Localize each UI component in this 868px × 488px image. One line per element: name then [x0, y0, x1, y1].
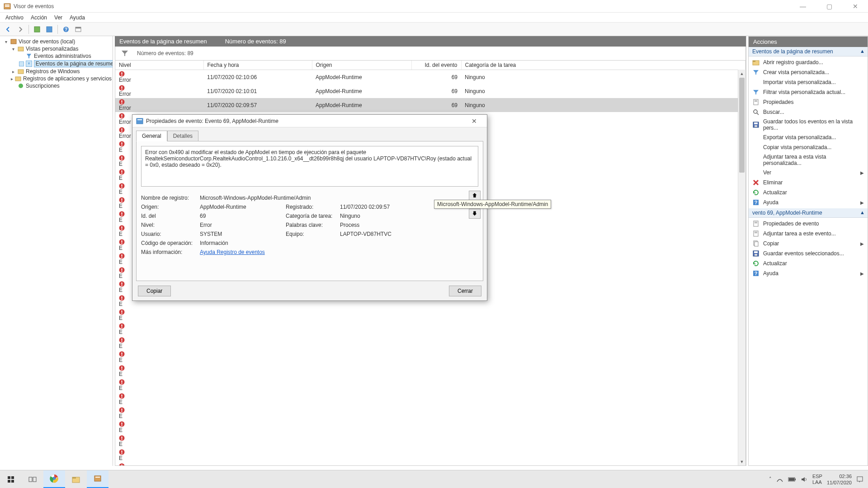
table-row[interactable]: E [115, 378, 745, 392]
menu-ayuda[interactable]: Ayuda [66, 14, 89, 22]
action-item[interactable]: ?Ayuda▶ [749, 197, 868, 207]
tray-lang2[interactable]: LAA [812, 479, 822, 485]
action-item[interactable]: Guardar todos los eventos en la vista pe… [749, 117, 868, 132]
filter-icon [752, 89, 760, 96]
actions-section-2[interactable]: vento 69, AppModel-Runtime▲ [749, 208, 868, 218]
table-row[interactable]: E [115, 364, 745, 378]
tab-details[interactable]: Detalles [167, 131, 198, 141]
collapse-icon[interactable]: ▲ [860, 48, 865, 54]
svg-rect-4 [47, 27, 52, 32]
tree-summary-events[interactable]: Eventos de la página de resumen [1, 60, 112, 68]
action-item[interactable]: Copiar vista personalizada... [749, 142, 868, 152]
prev-event-button[interactable]: 🡅 [469, 191, 481, 201]
menu-ver[interactable]: Ver [51, 14, 66, 22]
copy-button[interactable]: Copiar [138, 286, 171, 296]
tray-chevron-icon[interactable]: ˄ [769, 476, 772, 482]
next-event-button[interactable]: 🡇 [469, 209, 481, 219]
table-row[interactable]: Error11/07/2020 02:09:57AppModel-Runtime… [115, 98, 745, 112]
menu-archivo[interactable]: Archivo [2, 14, 27, 22]
col-category[interactable]: Categoría de la tarea [461, 61, 745, 70]
table-row[interactable]: E [115, 392, 745, 406]
tray-notifications-icon[interactable] [856, 476, 863, 483]
menu-accion[interactable]: Acción [27, 14, 51, 22]
tree-subscriptions[interactable]: Suscripciones [1, 82, 112, 89]
toolbar-btn-1[interactable] [32, 24, 42, 35]
taskbar-event-viewer[interactable] [87, 470, 108, 488]
action-label: Eliminar [763, 179, 783, 186]
tree-admin-events[interactable]: Eventos administrativos [1, 52, 112, 60]
scroll-thumb[interactable] [739, 78, 745, 173]
action-item[interactable]: Actualizar [749, 258, 868, 268]
action-item[interactable]: Crear vista personalizada... [749, 67, 868, 77]
action-item[interactable]: Buscar... [749, 107, 868, 117]
more-info-link[interactable]: Ayuda Registro de eventos [200, 249, 265, 255]
table-row[interactable]: E [115, 406, 745, 420]
table-row[interactable]: Error8/07/2020 16:01:03AppModel-Runtime6… [115, 462, 745, 466]
taskbar-chrome[interactable] [43, 470, 65, 488]
action-item[interactable]: Filtrar vista personalizada actual... [749, 87, 868, 97]
action-item[interactable]: Propiedades [749, 97, 868, 107]
action-item[interactable]: Abrir registro guardado... [749, 57, 868, 67]
tray-volume-icon[interactable] [801, 476, 808, 483]
tray-date[interactable]: 11/07/2020 [827, 479, 852, 486]
back-button[interactable] [3, 24, 14, 35]
tab-general[interactable]: General [136, 131, 167, 141]
taskbar-explorer[interactable] [65, 470, 87, 488]
help-toolbar-button[interactable]: ? [61, 24, 71, 35]
toolbar-btn-2[interactable] [44, 24, 55, 35]
action-item[interactable]: Eliminar [749, 178, 868, 188]
table-row[interactable]: Error11/07/2020 02:10:01AppModel-Runtime… [115, 84, 745, 98]
tree-windows-logs[interactable]: ▸Registros de Windows [1, 68, 112, 75]
col-datetime[interactable]: Fecha y hora [203, 61, 312, 70]
tree-app-logs[interactable]: ▸Registros de aplicaciones y servicios [1, 75, 112, 82]
table-row[interactable]: Error11/07/2020 02:10:06AppModel-Runtime… [115, 70, 745, 84]
forward-button[interactable] [15, 24, 26, 35]
table-row[interactable]: E [115, 336, 745, 350]
table-row[interactable]: E [115, 322, 745, 336]
action-item[interactable]: Ver▶ [749, 168, 868, 178]
taskbar: ˄ ESP LAA 02:36 11/07/2020 [0, 470, 868, 488]
table-row[interactable]: E [115, 308, 745, 322]
action-item[interactable]: Importar vista personalizada... [749, 77, 868, 87]
collapse-icon[interactable]: ▲ [860, 210, 865, 215]
svg-rect-22 [122, 103, 123, 104]
task-view-button[interactable] [22, 470, 43, 488]
action-item[interactable]: Copiar▶ [749, 239, 868, 249]
actions-section-1[interactable]: Eventos de la página de resumen▲ [749, 47, 868, 56]
action-item[interactable]: Guardar eventos seleccionados... [749, 249, 868, 258]
toolbar-btn-4[interactable] [73, 24, 84, 35]
event-message[interactable]: Error con 0x490 al modificar el estado d… [141, 146, 478, 187]
label-computer: Equipo: [286, 231, 335, 237]
dialog-titlebar[interactable]: Propiedades de evento: Evento 69, AppMod… [132, 115, 487, 127]
table-row[interactable]: E [115, 350, 745, 364]
scroll-down-arrow[interactable]: ▼ [738, 458, 745, 465]
close-button[interactable]: Cerrar [449, 286, 481, 296]
minimize-button[interactable]: — [794, 3, 812, 10]
scroll-up-arrow[interactable]: ▲ [738, 70, 745, 77]
tray-battery-icon[interactable] [788, 477, 796, 482]
tray-time[interactable]: 02:36 [827, 473, 852, 479]
tree-custom-views[interactable]: ▾Vistas personalizadas [1, 45, 112, 52]
tray-network-icon[interactable] [776, 476, 783, 483]
action-item[interactable]: Actualizar [749, 188, 868, 197]
action-item[interactable]: Adjuntar tarea a esta vista personalizad… [749, 152, 868, 168]
maximize-button[interactable]: ▢ [820, 3, 838, 10]
action-item[interactable]: Propiedades de evento [749, 219, 868, 229]
svg-rect-16 [122, 75, 123, 76]
table-row[interactable]: E [115, 448, 745, 462]
svg-rect-48 [122, 226, 123, 229]
dialog-close-button[interactable]: ✕ [465, 117, 483, 125]
start-button[interactable] [0, 470, 22, 488]
close-window-button[interactable]: ✕ [846, 3, 864, 10]
table-row[interactable]: E [115, 420, 745, 434]
action-item[interactable]: ?Ayuda▶ [749, 268, 868, 278]
col-level[interactable]: Nivel [115, 61, 203, 70]
tree-root[interactable]: ▾Visor de eventos (local) [1, 38, 112, 45]
tray-lang1[interactable]: ESP [812, 474, 822, 479]
action-item[interactable]: Exportar vista personalizada... [749, 132, 868, 142]
col-event-id[interactable]: Id. del evento [411, 61, 461, 70]
vertical-scrollbar[interactable]: ▲ ▼ [738, 70, 745, 465]
action-item[interactable]: Adjuntar tarea a este evento... [749, 229, 868, 239]
table-row[interactable]: E [115, 434, 745, 448]
col-source[interactable]: Origen [312, 61, 411, 70]
